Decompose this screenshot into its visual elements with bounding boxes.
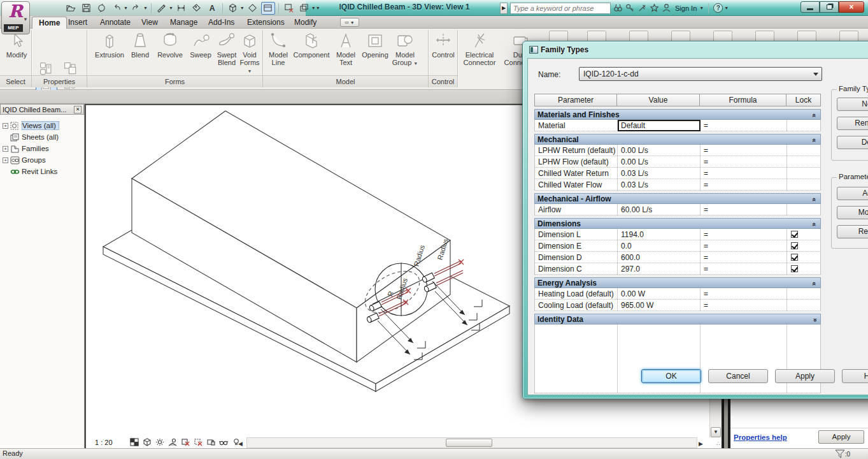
visual-style-icon[interactable]: [141, 437, 153, 448]
switch-windows-button[interactable]: [297, 2, 311, 15]
table-row[interactable]: LPHW Flow (default) 0.00 L/s =: [534, 156, 821, 168]
lock-checkbox-checked[interactable]: [791, 231, 798, 238]
3d-view-dropdown[interactable]: ▼: [240, 6, 245, 10]
tab-insert[interactable]: Insert: [62, 17, 94, 29]
control-button[interactable]: Control: [430, 32, 456, 59]
switch-windows-dropdown[interactable]: ▼: [311, 6, 316, 10]
palette-apply-button[interactable]: Apply: [818, 430, 864, 444]
blend-button[interactable]: Blend: [127, 32, 153, 59]
detail-level-icon[interactable]: [128, 437, 140, 448]
opening-button[interactable]: Opening: [360, 32, 390, 59]
lock-checkbox-checked[interactable]: [791, 242, 798, 249]
favorites-star-icon[interactable]: [650, 3, 659, 13]
scroll-down-arrow[interactable]: ▼: [711, 427, 721, 437]
application-menu-button[interactable]: R MEP ▼: [1, 1, 30, 34]
customize-qat-dropdown[interactable]: ▼: [316, 6, 320, 10]
column-header-lock[interactable]: Lock: [786, 94, 821, 106]
measure-dropdown[interactable]: ▼: [169, 6, 173, 10]
redo-dropdown[interactable]: ▼: [143, 6, 148, 10]
expand-icon[interactable]: +: [3, 146, 8, 152]
measure-button[interactable]: [155, 2, 169, 15]
revolve-button[interactable]: Revolve: [154, 32, 186, 59]
table-row[interactable]: Dimension E 0.0 =: [534, 240, 821, 252]
remove-parameter-button[interactable]: Remove: [837, 225, 868, 238]
locked-3d-view-icon[interactable]: [204, 437, 217, 448]
model-line-button[interactable]: Model Line: [265, 32, 292, 66]
sign-in-user-icon[interactable]: [662, 3, 671, 13]
section-materials-finishes[interactable]: Materials and Finishes«: [534, 109, 821, 120]
void-forms-button[interactable]: Void Forms ▼: [237, 32, 262, 75]
table-row[interactable]: Material Default =: [534, 120, 821, 131]
lock-checkbox-checked[interactable]: [791, 254, 798, 261]
table-row[interactable]: Dimension C 297.0 =: [534, 263, 821, 275]
section-button[interactable]: [261, 2, 275, 15]
undo-button[interactable]: [110, 2, 124, 15]
project-browser-title[interactable]: IQID Chilled Beam... ✕: [0, 104, 84, 115]
type-name-combobox[interactable]: IQID-120-1-c-dd: [579, 67, 822, 81]
tab-extensions[interactable]: Extensions: [241, 17, 291, 29]
table-row[interactable]: Cooling Load (default) 965.00 W =: [534, 300, 821, 311]
new-type-button[interactable]: New...: [837, 98, 868, 111]
delete-type-button[interactable]: Delete: [837, 136, 868, 149]
component-button[interactable]: Component: [292, 32, 331, 59]
ok-button[interactable]: OK: [641, 369, 701, 383]
help-button[interactable]: Help: [842, 369, 868, 383]
default-3d-view-button[interactable]: [226, 2, 240, 15]
modify-tool-button[interactable]: Modify: [4, 32, 29, 59]
tab-manage[interactable]: Manage: [164, 17, 204, 29]
column-header-value[interactable]: Value: [616, 94, 700, 106]
resize-grip[interactable]: ∴: [716, 440, 720, 447]
add-parameter-button[interactable]: Add...: [837, 187, 868, 200]
communication-center-icon[interactable]: [637, 3, 647, 13]
tree-item-revit-links[interactable]: Revit Links: [3, 166, 84, 177]
horizontal-scrollbar[interactable]: [246, 437, 697, 448]
help-dropdown[interactable]: ▼: [724, 6, 729, 10]
subscription-key-icon[interactable]: [625, 3, 635, 13]
crop-view-icon[interactable]: [179, 437, 191, 448]
tag-button[interactable]: [190, 2, 204, 15]
cancel-button[interactable]: Cancel: [708, 369, 768, 383]
table-row[interactable]: Dimension D 600.0 =: [534, 252, 821, 263]
sign-in-dropdown[interactable]: ▼: [699, 6, 704, 10]
section-dimensions[interactable]: Dimensions«: [534, 218, 821, 229]
section-energy-analysis[interactable]: Energy Analysis«: [534, 277, 821, 288]
table-row[interactable]: Chilled Water Flow 0.03 L/s =: [534, 179, 821, 191]
close-button[interactable]: ×: [839, 1, 864, 13]
material-value-cell[interactable]: Default: [618, 120, 701, 131]
lock-checkbox-checked[interactable]: [791, 265, 798, 272]
close-hidden-windows-button[interactable]: [282, 2, 296, 15]
scroll-right-arrow[interactable]: ▶: [699, 441, 703, 447]
sweep-button[interactable]: Sweep: [187, 32, 214, 59]
section-mechanical[interactable]: Mechanical«: [534, 134, 821, 145]
table-row[interactable]: Dimension L 1194.0 =: [534, 229, 821, 240]
help-icon[interactable]: ?: [713, 3, 723, 13]
search-input[interactable]: [510, 3, 611, 14]
modify-parameter-button[interactable]: Modify...: [837, 206, 868, 219]
horizontal-scroll-thumb[interactable]: [446, 439, 492, 447]
project-browser-close-icon[interactable]: ✕: [74, 106, 82, 113]
electrical-connector-button[interactable]: Electrical Connector: [460, 32, 499, 66]
binoculars-search-icon[interactable]: [613, 3, 623, 13]
section-mechanical-airflow[interactable]: Mechanical - Airflow«: [534, 193, 821, 204]
column-header-parameter[interactable]: Parameter: [534, 94, 617, 106]
apply-button[interactable]: Apply: [775, 369, 835, 383]
model-group-dropdown[interactable]: ▼: [413, 61, 418, 66]
restore-button[interactable]: [820, 1, 839, 13]
sync-button[interactable]: [94, 2, 108, 15]
table-row[interactable]: Chilled Water Return 0.03 L/s =: [534, 168, 821, 179]
scroll-left-arrow[interactable]: ◀: [238, 441, 243, 447]
tab-add-ins[interactable]: Add-Ins: [202, 17, 241, 29]
table-row[interactable]: Airflow 60.00 L/s =: [534, 204, 821, 215]
tab-view[interactable]: View: [135, 17, 164, 29]
tree-item-families[interactable]: + Families: [3, 143, 84, 154]
expand-icon[interactable]: +: [3, 123, 8, 129]
tree-item-views[interactable]: + Views (all): [3, 120, 84, 131]
tree-item-sheets[interactable]: Sheets (all): [3, 131, 84, 143]
table-row[interactable]: Heating Load (default) 0.00 W =: [534, 288, 821, 300]
text-button[interactable]: A: [205, 2, 219, 15]
minimize-button[interactable]: [800, 1, 820, 13]
tab-annotate[interactable]: Annotate: [94, 17, 137, 29]
void-forms-dropdown[interactable]: ▼: [248, 69, 252, 73]
ribbon-display-toggle[interactable]: ▭▼: [340, 18, 359, 27]
rename-type-button[interactable]: Rename...: [837, 117, 868, 130]
